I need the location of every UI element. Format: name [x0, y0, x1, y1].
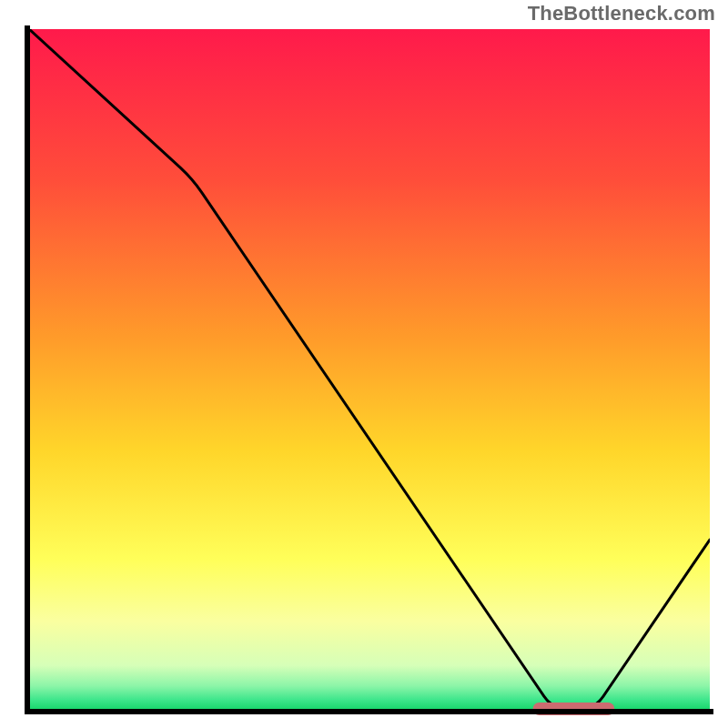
- watermark-text: TheBottleneck.com: [528, 2, 715, 25]
- gradient-background: [29, 29, 710, 710]
- chart-container: TheBottleneck.com: [0, 0, 728, 728]
- bottleneck-chart: [18, 25, 713, 721]
